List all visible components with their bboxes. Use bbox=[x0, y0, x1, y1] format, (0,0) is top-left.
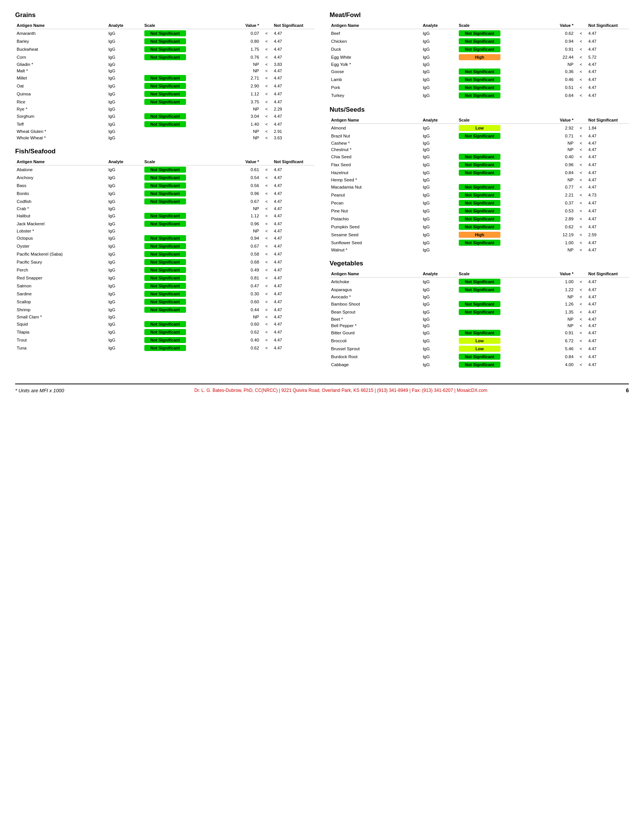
ns-value: 4.47 bbox=[587, 161, 629, 169]
antigen-name: Flax Seed bbox=[330, 161, 421, 169]
value-cell: 0.62 bbox=[228, 328, 261, 336]
ns-value: 4.47 bbox=[587, 91, 629, 99]
scale-cell: Not Significant bbox=[143, 189, 228, 197]
scale-badge: Not Significant bbox=[459, 92, 501, 98]
scale-cell bbox=[457, 322, 543, 329]
antigen-name: Pine Nut bbox=[330, 207, 421, 215]
ns-value: 4.47 bbox=[272, 314, 314, 320]
ns-value: 4.47 bbox=[272, 182, 314, 189]
table-row: Pistachio IgG Not Significant 2.89 < 4.4… bbox=[330, 215, 629, 223]
scale-cell: Not Significant bbox=[143, 53, 228, 61]
scale-cell: Not Significant bbox=[143, 250, 228, 258]
value-cell: 1.22 bbox=[543, 286, 575, 293]
value-cell: 0.84 bbox=[543, 352, 575, 360]
scale-cell: Not Significant bbox=[143, 289, 228, 298]
ns-value: 4.47 bbox=[272, 228, 314, 234]
lt-cell: < bbox=[575, 337, 587, 344]
scale-badge: Not Significant bbox=[144, 121, 186, 127]
scale-badge: Not Significant bbox=[144, 259, 186, 265]
ns-value: 4.47 bbox=[272, 234, 314, 242]
value-cell: NP bbox=[228, 106, 261, 112]
lt-cell: < bbox=[261, 234, 272, 242]
antigen-name: Walnut * bbox=[330, 246, 421, 253]
antigen-name: Peanut bbox=[330, 191, 421, 199]
scale-cell: Not Significant bbox=[143, 37, 228, 45]
scale-cell: Low bbox=[457, 337, 543, 344]
value-cell: 0.91 bbox=[543, 329, 575, 337]
analyte: IgG bbox=[421, 223, 457, 231]
value-cell: 0.56 bbox=[228, 182, 261, 189]
scale-badge: Not Significant bbox=[459, 286, 501, 293]
analyte: IgG bbox=[421, 352, 457, 360]
scale-cell bbox=[143, 134, 228, 141]
meat-header-scale: Scale bbox=[457, 22, 543, 29]
lt-cell: < bbox=[261, 45, 272, 53]
value-cell: 1.12 bbox=[228, 90, 261, 98]
value-cell: 0.81 bbox=[228, 274, 261, 282]
value-cell: 0.96 bbox=[228, 189, 261, 197]
ns-value: 3.63 bbox=[272, 134, 314, 141]
scale-cell: Not Significant bbox=[143, 74, 228, 82]
lt-cell: < bbox=[575, 300, 587, 308]
analyte: IgG bbox=[421, 37, 457, 45]
grains-header-lt bbox=[261, 22, 272, 29]
analyte: IgG bbox=[421, 329, 457, 337]
value-cell: NP bbox=[228, 68, 261, 74]
value-cell: 1.00 bbox=[543, 278, 575, 286]
antigen-name: Bamboo Shoot bbox=[330, 300, 421, 308]
value-cell: 0.37 bbox=[543, 199, 575, 207]
scale-cell: Not Significant bbox=[457, 300, 543, 308]
scale-cell: Not Significant bbox=[143, 306, 228, 314]
scale-cell: Not Significant bbox=[457, 76, 543, 83]
fish-table: Antigen Name Analyte Scale Value * Not S… bbox=[15, 158, 314, 352]
antigen-name: Bitter Gourd bbox=[330, 329, 421, 337]
analyte: IgG bbox=[421, 183, 457, 191]
value-cell: 2.92 bbox=[543, 124, 575, 132]
lt-cell: < bbox=[575, 246, 587, 253]
analyte: IgG bbox=[421, 140, 457, 146]
lt-cell: < bbox=[575, 352, 587, 360]
ns-value: 1.84 bbox=[587, 124, 629, 132]
meat-header-analyte: Analyte bbox=[421, 22, 457, 29]
analyte: IgG bbox=[421, 45, 457, 53]
analyte: IgG bbox=[107, 189, 143, 197]
scale-badge: Not Significant bbox=[459, 354, 501, 360]
antigen-name: Quinoa bbox=[15, 90, 107, 98]
scale-badge: Not Significant bbox=[144, 38, 186, 44]
table-row: Sesame Seed IgG High 12.19 < 2.59 bbox=[330, 231, 629, 238]
value-cell: 2.71 bbox=[228, 74, 261, 82]
table-row: Salmon IgG Not Significant 0.47 < 4.47 bbox=[15, 282, 314, 289]
scale-badge: Not Significant bbox=[144, 46, 186, 52]
ns-value: 4.47 bbox=[272, 242, 314, 250]
value-cell: 0.60 bbox=[228, 320, 261, 328]
antigen-name: Brussel Sprout bbox=[330, 344, 421, 352]
lt-cell: < bbox=[575, 191, 587, 199]
ns-value: 4.47 bbox=[272, 220, 314, 228]
lt-cell: < bbox=[261, 228, 272, 234]
scale-badge: Not Significant bbox=[459, 301, 501, 307]
fish-title: Fish/Seafood bbox=[15, 148, 314, 155]
scale-badge: Not Significant bbox=[144, 243, 186, 249]
value-cell: 0.36 bbox=[543, 68, 575, 76]
scale-cell: Not Significant bbox=[457, 91, 543, 99]
scale-cell: Not Significant bbox=[457, 278, 543, 286]
table-row: Red Snapper IgG Not Significant 0.81 < 4… bbox=[15, 274, 314, 282]
table-row: Almond IgG Low 2.92 < 1.84 bbox=[330, 124, 629, 132]
table-row: Bitter Gourd IgG Not Significant 0.91 < … bbox=[330, 329, 629, 337]
scale-cell: Not Significant bbox=[143, 112, 228, 120]
scale-cell: Not Significant bbox=[457, 153, 543, 161]
table-row: Malt * IgG NP < 4.47 bbox=[15, 68, 314, 74]
antigen-name: Oyster bbox=[15, 242, 107, 250]
table-row: Lamb IgG Not Significant 0.46 < 4.47 bbox=[330, 76, 629, 83]
value-cell: NP bbox=[543, 246, 575, 253]
antigen-name: Scallop bbox=[15, 298, 107, 306]
analyte: IgG bbox=[421, 153, 457, 161]
value-cell: 2.21 bbox=[543, 191, 575, 199]
antigen-name: Artichoke bbox=[330, 278, 421, 286]
scale-badge: Not Significant bbox=[144, 83, 186, 89]
lt-cell: < bbox=[261, 250, 272, 258]
nuts-header-antigen: Antigen Name bbox=[330, 117, 421, 124]
lt-cell: < bbox=[575, 322, 587, 329]
footer-note: * Units are MFI x 1000 bbox=[15, 388, 64, 393]
value-cell: 0.96 bbox=[228, 220, 261, 228]
